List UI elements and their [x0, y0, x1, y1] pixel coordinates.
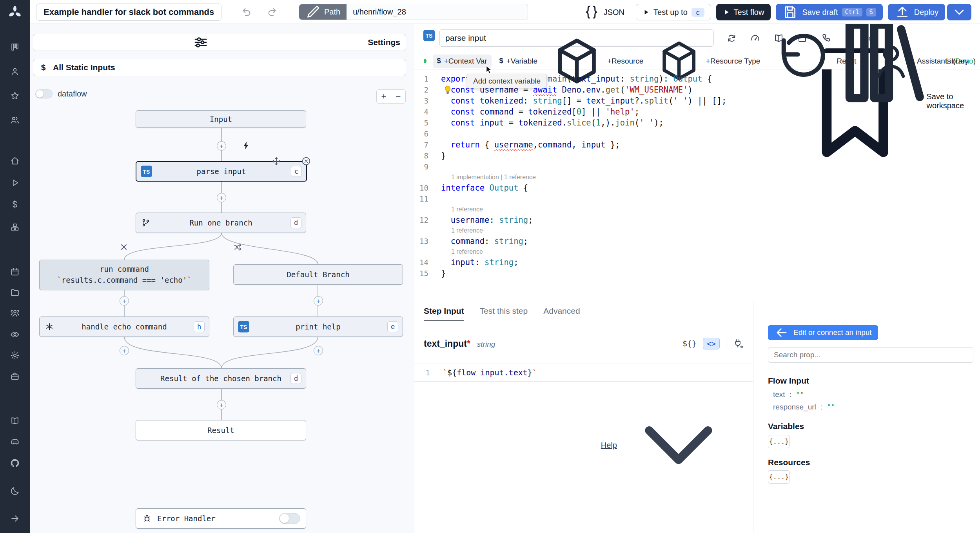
error-handler[interactable]: Error Handler [136, 508, 306, 529]
settings-button[interactable]: Settings [33, 34, 406, 51]
play-icon[interactable] [10, 178, 20, 188]
move-icon[interactable] [271, 156, 281, 166]
test-flow-button[interactable]: Test flow [716, 4, 771, 20]
chevron-down-icon [951, 4, 967, 20]
redo-icon[interactable] [267, 7, 277, 17]
code-line[interactable]: 8} [414, 150, 980, 161]
code-line[interactable]: 7 return { username,command, input }; [414, 139, 980, 150]
node-print-help[interactable]: TS print help e [233, 317, 403, 337]
zoom-out-button[interactable]: − [391, 89, 406, 104]
node-branch-result[interactable]: Result of the chosen branch d [136, 368, 306, 389]
star-icon[interactable] [10, 91, 20, 101]
test-up-to-button[interactable]: Test up to c [636, 4, 711, 20]
code-editor[interactable]: 1export async function main(text_input: … [414, 73, 980, 279]
deploy-dropdown-button[interactable] [947, 4, 971, 20]
plug-icon[interactable] [733, 338, 744, 349]
code-line[interactable]: 9 [414, 161, 980, 172]
node-default-branch[interactable]: Default Branch [233, 264, 403, 285]
input-expression-editor[interactable]: 1 `${flow_input.text}` [414, 364, 753, 382]
windmill-logo[interactable] [8, 5, 22, 20]
prop-row-response-url[interactable]: response_url : "" [773, 403, 835, 411]
codelens[interactable]: 1 implementation | 1 reference [414, 172, 980, 182]
line-number: 9 [414, 161, 428, 172]
deploy-button[interactable]: Deploy [888, 4, 945, 20]
eye-icon[interactable] [10, 330, 20, 340]
codelens[interactable]: 1 reference [414, 226, 980, 236]
users-icon[interactable] [10, 115, 20, 125]
node-input[interactable]: Input [136, 110, 306, 128]
code-line[interactable]: 6 [414, 128, 980, 139]
shuffle-icon[interactable] [232, 242, 243, 252]
add-variable-button[interactable]: $+Variable [495, 55, 542, 68]
node-result[interactable]: Result [136, 420, 306, 440]
expression-code[interactable]: `${flow_input.text}` [430, 368, 537, 377]
static-inputs-button[interactable]: $ All Static Inputs [33, 59, 406, 76]
variables-expand-button[interactable]: {...} [768, 435, 790, 448]
codelens[interactable]: 1 reference [414, 204, 980, 215]
code-line[interactable]: 12 username: string; [414, 215, 980, 226]
undo-icon[interactable] [241, 7, 252, 17]
add-step-button[interactable]: + [314, 296, 323, 306]
json-button[interactable]: JSON [577, 4, 631, 20]
moon-icon[interactable] [10, 486, 20, 496]
home-icon[interactable] [10, 156, 20, 166]
save-draft-button[interactable]: Save draft CtrlS [776, 4, 882, 20]
path-label[interactable]: Path [299, 4, 347, 20]
add-step-button[interactable]: + [314, 346, 323, 355]
line-number: 4 [414, 106, 428, 117]
code-line[interactable]: 11 [414, 193, 980, 204]
tab-advanced[interactable]: Advanced [543, 302, 580, 321]
field-name: text_input* [424, 338, 470, 349]
remove-branch-icon[interactable] [119, 242, 129, 252]
path-input[interactable] [347, 4, 528, 20]
code-mode-button[interactable]: <> [703, 338, 720, 349]
codelens[interactable]: 1 reference [414, 247, 980, 257]
user-icon[interactable] [10, 67, 20, 76]
discord-icon[interactable] [10, 437, 20, 447]
error-handler-toggle[interactable] [279, 513, 300, 524]
template-var-button[interactable]: ${} [682, 339, 697, 348]
zoom-in-button[interactable]: + [376, 89, 391, 104]
code-line[interactable]: 13 command: string; [414, 236, 980, 247]
add-step-button[interactable]: + [120, 296, 129, 306]
code-line[interactable]: 15} [414, 268, 980, 279]
code-line[interactable]: 4 const command = tokenized[0] || 'help'… [414, 106, 980, 117]
dataflow-toggle[interactable] [35, 89, 53, 98]
search-prop-input[interactable] [768, 347, 973, 363]
add-context-var-button[interactable]: $+Context Var [433, 55, 492, 68]
flow-title[interactable]: Example handler for slack bot commands [36, 4, 221, 21]
prop-row-text[interactable]: text : "" [773, 390, 804, 399]
boxes-icon[interactable] [10, 222, 20, 232]
add-step-button[interactable]: + [120, 346, 129, 355]
save-icon [782, 4, 798, 20]
tab-test-this-step[interactable]: Test this step [480, 302, 528, 321]
close-icon[interactable] [301, 156, 311, 166]
node-run-command-branch[interactable]: run command `results.c.command === 'echo… [39, 260, 209, 290]
resources-expand-button[interactable]: {...} [768, 470, 790, 484]
node-run-one-branch[interactable]: Run one branch d [136, 213, 306, 233]
arrow-right-icon[interactable] [10, 514, 20, 524]
book-icon[interactable] [10, 416, 20, 426]
code-line[interactable]: 5 const input = tokenized.slice(1,).join… [414, 117, 980, 128]
briefcase-icon[interactable] [10, 372, 20, 382]
code-line[interactable]: 3 const tokenized: string[] = text_input… [414, 95, 980, 106]
dollar-icon[interactable] [10, 200, 20, 209]
node-handle-echo-command[interactable]: handle echo command h [39, 317, 209, 337]
gear-icon[interactable] [10, 351, 20, 360]
github-icon[interactable] [10, 458, 20, 468]
tab-step-input[interactable]: Step Input [424, 302, 464, 321]
code-line[interactable]: 10interface Output { [414, 182, 980, 193]
add-step-button[interactable]: + [217, 141, 226, 151]
folder-icon[interactable] [10, 288, 20, 298]
kanban-icon[interactable] [10, 42, 20, 52]
flow-canvas[interactable]: Settings $ All Static Inputs dataflow + … [30, 24, 414, 533]
help-link[interactable]: Help [601, 386, 737, 504]
calendar-icon[interactable] [10, 267, 20, 277]
add-step-button[interactable]: + [217, 193, 226, 202]
bolt-icon[interactable] [241, 140, 251, 151]
add-step-button[interactable]: + [217, 400, 226, 409]
code-line[interactable]: 14 input: string; [414, 257, 980, 268]
lightbulb-icon[interactable] [443, 85, 453, 95]
edit-or-connect-button[interactable]: Edit or connect an input [768, 325, 878, 340]
group-icon[interactable] [10, 309, 20, 318]
